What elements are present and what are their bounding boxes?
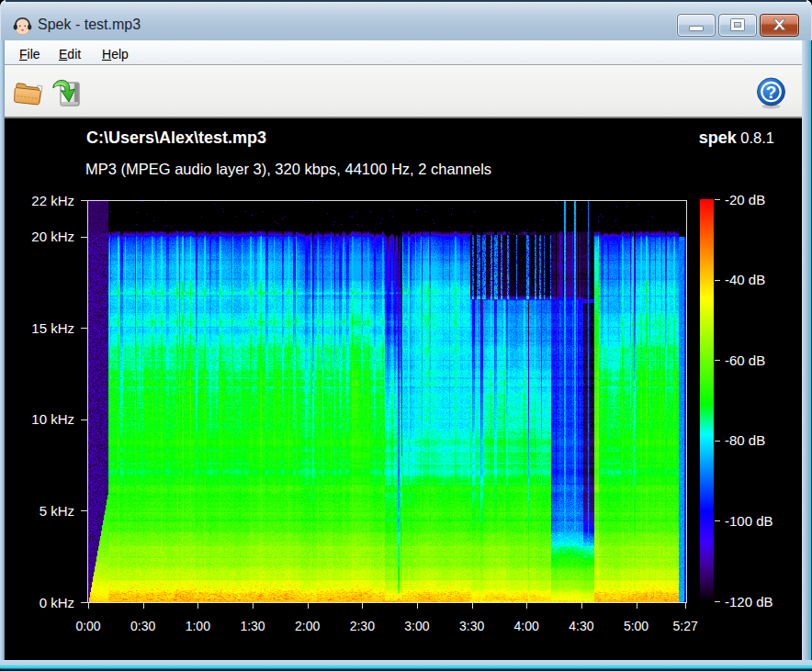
svg-text:?: ? [766, 83, 777, 102]
